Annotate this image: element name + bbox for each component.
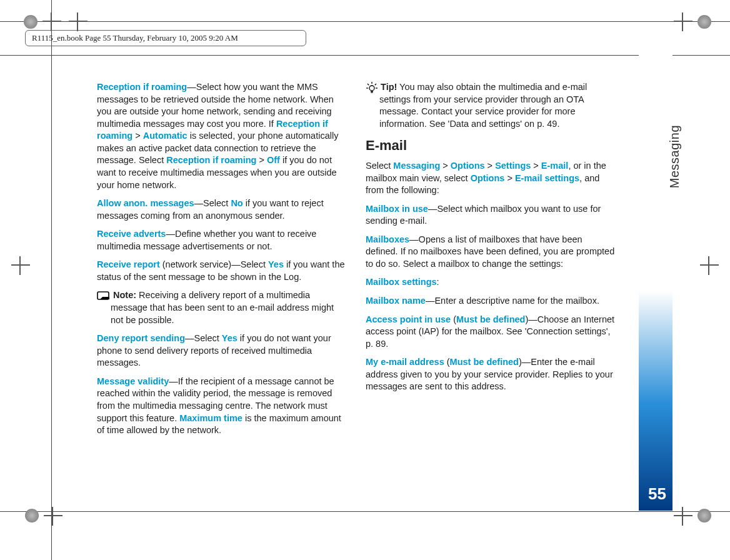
page-number: 55 xyxy=(648,484,666,504)
ui-term: E-mail settings xyxy=(515,173,579,183)
paragraph: Mailbox in use—Select which mailbox you … xyxy=(366,203,616,228)
crop-mark-icon xyxy=(674,507,692,526)
printer-disc-icon xyxy=(698,15,711,29)
crop-mark-icon xyxy=(69,12,88,31)
paragraph: My e-mail address (Must be defined)—Ente… xyxy=(366,356,616,393)
crop-mark-icon xyxy=(44,507,62,526)
ui-term: Settings xyxy=(495,161,531,171)
paragraph: Receive adverts—Define whether you want … xyxy=(97,228,347,252)
ui-term: Reception if roaming xyxy=(97,82,187,92)
ui-term: Off xyxy=(267,155,280,165)
note-block: Note: Receiving a delivery report of a m… xyxy=(97,289,347,326)
ui-term: Receive adverts xyxy=(97,229,166,239)
crop-mark-icon xyxy=(11,256,30,275)
paragraph: Receive report (network service)—Select … xyxy=(97,259,347,283)
side-gradient xyxy=(639,22,672,511)
ui-term: My e-mail address xyxy=(366,357,444,367)
crop-line-left xyxy=(51,0,52,560)
paragraph: Mailbox name—Enter a descriptive name fo… xyxy=(366,295,616,308)
ui-term: E-mail xyxy=(541,161,569,171)
svg-line-3 xyxy=(368,84,369,85)
ui-term: Options xyxy=(451,161,485,171)
crop-mark-icon xyxy=(674,12,692,31)
ui-term: Deny report sending xyxy=(97,333,185,343)
ui-term: Must be defined xyxy=(450,357,519,367)
section-label: Messaging xyxy=(668,125,682,188)
paragraph: Mailboxes—Opens a list of mailboxes that… xyxy=(366,234,616,271)
document-header-text: R1115_en.book Page 55 Thursday, February… xyxy=(32,33,238,42)
tip-icon xyxy=(366,82,378,93)
paragraph: Message validity—If the recipient of a m… xyxy=(97,376,347,437)
section-heading-email: E-mail xyxy=(366,136,616,155)
tip-label: Tip! xyxy=(381,82,397,92)
svg-line-4 xyxy=(375,84,376,85)
crop-line-top xyxy=(0,21,730,22)
ui-term: Maximum time xyxy=(179,413,242,423)
paragraph: Deny report sending—Select Yes if you do… xyxy=(97,332,347,369)
note-text: Receiving a delivery report of a multime… xyxy=(111,290,334,324)
paragraph: Mailbox settings: xyxy=(366,276,616,289)
ui-term: Message validity xyxy=(97,376,169,386)
crop-mark-icon xyxy=(700,256,719,275)
ui-term: Mailbox settings xyxy=(366,277,437,287)
note-label: Note: xyxy=(113,290,136,300)
ui-term: Access point in use xyxy=(366,314,451,324)
ui-term: Receive report xyxy=(97,259,160,269)
tip-text: You may also obtain the multimedia and e… xyxy=(379,82,587,129)
page-content: Reception if roaming—Select how you want… xyxy=(97,81,616,443)
left-column: Reception if roaming—Select how you want… xyxy=(97,81,347,443)
ui-term: No xyxy=(231,198,242,208)
crop-line-bottom xyxy=(0,511,730,512)
tip-block: Tip! You may also obtain the multimedia … xyxy=(366,81,616,130)
paragraph: Reception if roaming—Select how you want… xyxy=(97,81,347,191)
printer-disc-icon xyxy=(24,15,38,29)
paragraph: Access point in use (Must be defined)—Ch… xyxy=(366,314,616,351)
ui-term: Mailbox name xyxy=(366,296,426,306)
right-column: Tip! You may also obtain the multimedia … xyxy=(366,81,616,443)
ui-term: Automatic xyxy=(143,131,188,141)
crop-mark-icon xyxy=(42,12,61,31)
paragraph: Allow anon. messages—Select No if you wa… xyxy=(97,198,347,222)
ui-term: Reception if roaming xyxy=(166,155,256,165)
ui-term: Mailbox in use xyxy=(366,204,428,214)
ui-term: Yes xyxy=(222,333,238,343)
paragraph: Select Messaging > Options > Settings > … xyxy=(366,160,616,197)
ui-term: Options xyxy=(471,173,505,183)
svg-point-1 xyxy=(369,86,374,91)
ui-term: Mailboxes xyxy=(366,234,409,244)
ui-term: Yes xyxy=(268,259,284,269)
ui-term: Allow anon. messages xyxy=(97,198,194,208)
printer-disc-icon xyxy=(698,509,711,522)
document-header: R1115_en.book Page 55 Thursday, February… xyxy=(25,30,306,46)
printer-disc-icon xyxy=(25,509,39,522)
crop-line-header xyxy=(0,55,730,56)
note-icon xyxy=(97,291,111,301)
ui-term: Messaging xyxy=(393,161,440,171)
ui-term: Must be defined xyxy=(456,314,525,324)
